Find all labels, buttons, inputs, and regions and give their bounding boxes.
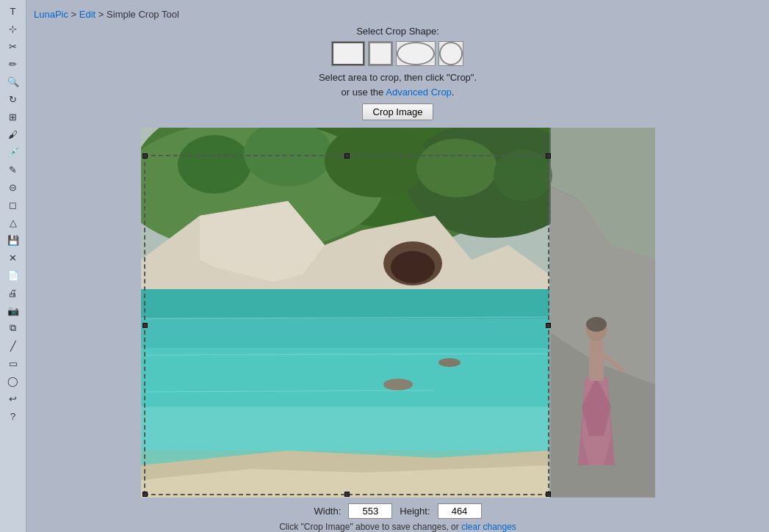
print-icon[interactable]: 🖨	[3, 285, 24, 301]
save-icon[interactable]: 💾	[3, 232, 24, 248]
circle-shape-icon	[439, 42, 463, 65]
svg-point-37	[416, 139, 497, 197]
scissors-icon[interactable]: ✂	[3, 38, 24, 54]
svg-rect-27	[589, 340, 604, 381]
oval-shape-btn[interactable]	[396, 41, 436, 66]
breadcrumb-lunapic[interactable]: LunaPic	[34, 9, 68, 20]
camera-icon[interactable]: 📷	[3, 302, 24, 318]
controls-panel: Select Crop Shape: Select area to crop, …	[319, 26, 477, 120]
smudge-icon[interactable]: ✎	[3, 161, 24, 178]
crop-image-button[interactable]: Crop Image	[362, 103, 434, 120]
rotate-icon[interactable]: ↻	[3, 91, 24, 107]
select-icon[interactable]: ⊹	[3, 21, 24, 37]
clear-changes-link[interactable]: clear changes	[461, 522, 516, 532]
beach-svg	[141, 128, 655, 498]
sidebar: T ⊹ ✂ ✏ 🔍 ↻ ⊞ 🖌 💉 ✎ ⊝ ◻ △ 💾 ✕ 📄 🖨 📷 ⧉ ╱ …	[0, 0, 26, 532]
page-icon[interactable]: 📄	[3, 267, 24, 283]
breadcrumb: LunaPic > Edit > Simple Crop Tool	[26, 6, 769, 26]
shape-selector-label: Select Crop Shape:	[356, 26, 439, 37]
height-input[interactable]	[438, 503, 482, 519]
status-note: Click "Crop Image" above to save changes…	[279, 522, 516, 532]
svg-point-20	[391, 251, 435, 283]
eraser-icon[interactable]: ◻	[3, 197, 24, 213]
eyedropper-icon[interactable]: 💉	[3, 144, 24, 160]
status-note-pre: Click "Crop Image" above to save changes…	[279, 522, 459, 532]
shape-options	[331, 41, 463, 66]
instruction-text: Select area to crop, then click "Crop". …	[319, 70, 477, 99]
magnify-icon[interactable]: 🔍	[3, 73, 24, 90]
breadcrumb-edit[interactable]: Edit	[79, 9, 95, 20]
close-icon[interactable]: ✕	[3, 249, 24, 266]
width-label: Width:	[314, 506, 341, 517]
circle-shape-btn[interactable]	[438, 41, 463, 66]
square-shape-btn[interactable]	[368, 41, 393, 66]
svg-rect-13	[141, 407, 549, 451]
breadcrumb-sep1: >	[71, 9, 79, 20]
undo-icon[interactable]: ↩	[3, 390, 24, 407]
rect-tool-icon[interactable]: ▭	[3, 355, 24, 371]
grid-icon[interactable]: ⊞	[3, 109, 24, 125]
rectangle-shape-icon	[332, 42, 364, 65]
copy-icon[interactable]: ⧉	[3, 320, 24, 336]
dimensions-display: Width: Height:	[314, 503, 481, 519]
svg-point-34	[178, 135, 251, 194]
width-input[interactable]	[348, 503, 392, 519]
status-bar: Width: Height: Click "Crop Image" above …	[279, 503, 516, 532]
breadcrumb-sep2: >	[98, 9, 106, 20]
svg-rect-11	[141, 289, 549, 318]
paint-icon[interactable]: 🖌	[3, 126, 24, 142]
text-tool-icon[interactable]: T	[3, 3, 24, 19]
breadcrumb-current: Simple Crop Tool	[106, 9, 179, 20]
svg-point-38	[494, 150, 552, 201]
pencil-icon[interactable]: ✏	[3, 56, 24, 72]
circle-tool-icon[interactable]: ◯	[3, 373, 24, 389]
oval-shape-icon	[397, 42, 435, 65]
shape-select-icon[interactable]: △	[3, 214, 24, 230]
help-icon[interactable]: ?	[3, 408, 24, 424]
instruction-line1: Select area to crop, then click "Crop".	[319, 72, 477, 83]
image-canvas[interactable]	[141, 128, 655, 498]
svg-point-18	[438, 358, 461, 367]
stamp-icon[interactable]: ⊝	[3, 179, 24, 195]
instruction-pre: or use the	[342, 87, 384, 98]
square-shape-icon	[369, 42, 392, 65]
svg-point-29	[586, 317, 607, 332]
beach-scene-image	[141, 128, 655, 498]
svg-rect-12	[141, 348, 549, 407]
main-content: LunaPic > Edit > Simple Crop Tool Select…	[26, 0, 769, 532]
height-label: Height:	[400, 506, 430, 517]
advanced-crop-link[interactable]: Advanced Crop	[386, 87, 452, 98]
svg-point-17	[383, 379, 413, 390]
rectangle-shape-btn[interactable]	[331, 41, 365, 66]
line-tool-icon[interactable]: ╱	[3, 338, 24, 354]
